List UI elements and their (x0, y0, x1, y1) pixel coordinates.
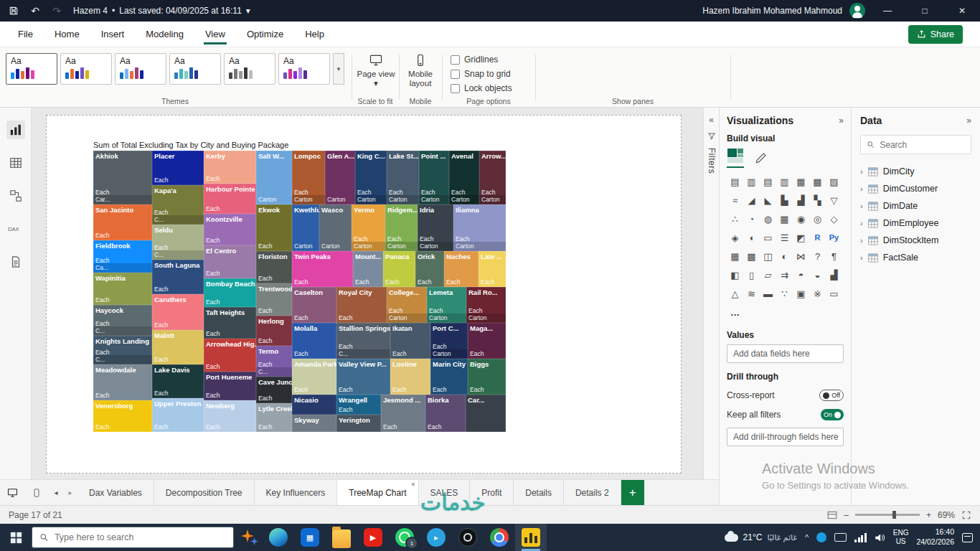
treemap-tile[interactable]: Knights LandingEachC... (93, 336, 152, 364)
decomposition-tree-visual-icon[interactable]: ⋈ (793, 247, 809, 265)
treemap-tile[interactable]: Ridgem...EachCarton (385, 204, 418, 251)
snap-to-grid-checkbox[interactable]: Snap to grid (451, 69, 512, 79)
data-table-dimstockitem[interactable]: ›DimStockItem (860, 232, 971, 249)
treemap-tile[interactable]: Jesmond ...Each (381, 395, 425, 432)
treemap-tile[interactable]: Late ...Each (479, 251, 506, 287)
treemap-tile[interactable]: King C...EachCarton (355, 151, 387, 204)
data-table-factsale[interactable]: ›FactSale (860, 249, 971, 266)
treemap-tile[interactable]: HaycockEachC... (93, 305, 152, 336)
card-visual-icon[interactable]: ▭ (760, 228, 776, 247)
line-stacked-column-chart-icon[interactable]: ▙ (776, 191, 793, 209)
funnel-chart-icon[interactable]: ▽ (826, 191, 842, 209)
treemap-tile[interactable]: LompocEachCarton (292, 151, 325, 204)
page-tab-profit[interactable]: Profit (470, 480, 514, 505)
data-table-dimcity[interactable]: ›DimCity (860, 163, 971, 180)
share-button[interactable]: Share (908, 25, 963, 44)
notification-center-icon[interactable] (962, 533, 973, 542)
treemap-tile[interactable]: FloristonEach (256, 251, 292, 283)
hidden-icons-chevron[interactable]: ^ (805, 533, 809, 542)
format-visual-tab[interactable] (754, 151, 768, 168)
treemap-tile[interactable]: FieldbrookEachCa... (93, 240, 152, 273)
treemap-tile[interactable]: PanacaEach (383, 251, 415, 287)
expand-filters-icon[interactable]: « (709, 115, 714, 125)
treemap-tile[interactable]: Rail Ro...EachCarton (466, 287, 506, 323)
model-view-icon[interactable] (6, 187, 25, 205)
treemap-tile[interactable]: Salt W...Carton (256, 151, 292, 204)
treemap-tile[interactable]: IkatanEach (390, 323, 430, 359)
theme-card[interactable]: Aa (6, 53, 57, 85)
treemap-tile[interactable]: EkwokEach (256, 204, 292, 251)
menu-item-insert[interactable]: Insert (90, 22, 136, 47)
treemap-tile[interactable]: South LagunaEach (152, 260, 204, 294)
treemap-tile[interactable]: TermoEachC... (256, 346, 292, 377)
100-stacked-column-chart-icon[interactable]: ▩ (809, 172, 826, 191)
treemap-tile[interactable]: Kapa'aEachC... (152, 185, 204, 225)
signed-in-user[interactable]: Hazem Ibrahim Mohamed Mahmoud (702, 6, 842, 16)
slicer-visual-icon[interactable]: ◫ (760, 247, 776, 265)
collapse-pane-icon[interactable]: » (839, 116, 844, 126)
ribbon-chart-icon[interactable]: ▨ (826, 172, 842, 191)
minimize-button[interactable]: — (872, 0, 903, 22)
zoom-slider-thumb[interactable] (892, 511, 896, 519)
histogram-visual-icon[interactable]: ▟ (826, 265, 842, 284)
youtube-icon[interactable]: ▶ (357, 524, 389, 551)
expand-chevron-icon[interactable]: › (860, 219, 863, 227)
tray-app-icon[interactable] (816, 532, 826, 542)
treemap-tile[interactable]: BiorkaEach (425, 395, 466, 432)
network-icon[interactable] (854, 533, 867, 542)
user-avatar[interactable] (849, 3, 865, 19)
treemap-tile[interactable]: NachesEach (444, 251, 479, 287)
qna-visual-icon[interactable]: ? (809, 247, 826, 265)
smart-narrative-visual-icon[interactable]: ¶ (826, 247, 842, 265)
menu-item-file[interactable]: File (7, 22, 44, 47)
clustered-column-chart-icon[interactable]: ▥ (776, 172, 793, 191)
line-clustered-column-chart-icon[interactable]: ▟ (793, 191, 809, 209)
treemap-tile[interactable]: Port C...EachCarton (430, 323, 468, 359)
kpi-visual-icon[interactable]: ◩ (793, 228, 809, 247)
treemap-tile[interactable]: KoontzvilleEach (204, 214, 256, 245)
arcgis-map-visual-icon[interactable]: ◓ (793, 265, 809, 284)
maximize-button[interactable]: □ (910, 0, 940, 22)
page-tab-key-influencers[interactable]: Key Influencers (255, 480, 338, 505)
build-visual-tab[interactable] (727, 148, 744, 168)
treemap-tile[interactable]: Maga...Each (468, 323, 506, 359)
treemap-tile[interactable]: Mount...Each (353, 251, 383, 287)
page-layout-icon[interactable] (827, 511, 837, 519)
treemap-tile[interactable]: TrentwoodEach (256, 283, 292, 316)
expand-chevron-icon[interactable]: › (860, 167, 863, 176)
table-view-icon[interactable] (6, 154, 25, 172)
treemap-tile[interactable]: Bombay BeachEach (204, 278, 256, 307)
treemap-tile[interactable]: Point ...EachCarton (419, 151, 449, 204)
paginated-report-visual-icon[interactable]: ▯ (743, 265, 760, 284)
treemap-tile[interactable]: Taft HeightsEach (204, 307, 256, 339)
area-chart-icon[interactable]: ◢ (743, 191, 760, 209)
bullet-chart-icon[interactable]: ▬ (760, 284, 776, 303)
treemap-tile[interactable]: VenersborgEach (93, 400, 152, 432)
line-chart-icon[interactable]: ≈ (727, 191, 743, 209)
zoom-slider[interactable] (855, 514, 920, 516)
treemap-tile[interactable]: El CentroEach (204, 245, 256, 278)
theme-card[interactable]: Aa (278, 53, 330, 85)
treemap-tile[interactable]: Nicasio (292, 395, 336, 415)
close-button[interactable]: ✕ (947, 0, 977, 22)
treemap-tile[interactable]: NewbergEach (204, 400, 256, 432)
theme-card[interactable]: Aa (60, 53, 112, 85)
page-tab-sales[interactable]: SALES (419, 480, 471, 505)
treemap-tile[interactable]: Amanda ParkEach (292, 359, 336, 395)
power-apps-visual-icon[interactable]: ▱ (760, 265, 776, 284)
expand-chevron-icon[interactable]: › (860, 184, 863, 193)
expand-chevron-icon[interactable]: › (860, 253, 863, 262)
redo-icon[interactable]: ↷ (46, 0, 67, 22)
treemap-tile[interactable]: BiggsEach (468, 359, 506, 395)
treemap-tile[interactable]: Cave JunctionEach (256, 377, 292, 403)
treemap-tile[interactable]: Royal CityEach (336, 287, 387, 323)
cross-report-toggle[interactable]: Off (819, 390, 844, 401)
treemap-tile[interactable]: College...EachCarton (387, 287, 427, 323)
theme-card[interactable]: Aa (224, 53, 275, 85)
heatmap-visual-icon[interactable]: ▣ (793, 284, 809, 303)
data-table-dimcustomer[interactable]: ›DimCustomer (860, 180, 971, 197)
touch-keyboard-icon[interactable] (834, 533, 847, 542)
timeline-visual-icon[interactable]: ▭ (826, 284, 842, 303)
radar-chart-icon[interactable]: △ (727, 284, 743, 303)
page-tab-decomposition-tree[interactable]: Decomposition Tree (154, 480, 255, 505)
